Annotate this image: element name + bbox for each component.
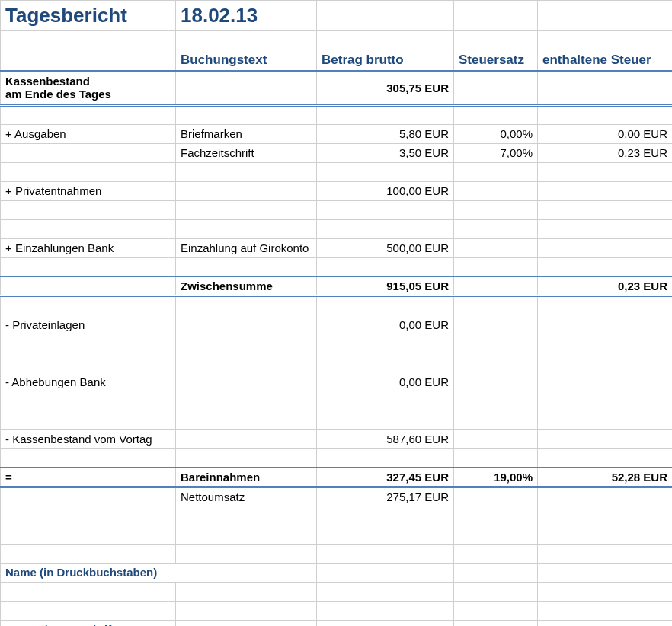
ausgaben-betrag-0: 5,80 EUR [317, 124, 454, 143]
daily-report-table: Tagesbericht 18.02.13 Buchungstext Betra… [0, 0, 672, 626]
col-steuer: enthaltene Steuer [538, 50, 673, 72]
zwischensumme-row: Zwischensumme 915,05 EUR 0,23 EUR [1, 276, 673, 296]
bareinnahmen-steuer: 52,28 EUR [538, 468, 673, 487]
ausgaben-steuer-0: 0,00 EUR [538, 124, 673, 143]
col-buchungstext: Buchungstext [176, 50, 317, 72]
zwischensumme-label: Zwischensumme [176, 276, 317, 296]
name-row: Name (in Druckbuchstaben) [1, 563, 673, 582]
zwischensumme-betrag: 915,05 EUR [317, 276, 454, 296]
privateinlagen-label: - Privateinlagen [1, 315, 176, 334]
kassenbestand-label: Kassenbestand am Ende des Tages [1, 71, 176, 105]
bareinnahmen-label: Bareinnahmen [176, 468, 317, 487]
ausgaben-row-1: + Ausgaben Briefmarken 5,80 EUR 0,00% 0,… [1, 124, 673, 143]
einzahlungen-label: + Einzahlungen Bank [1, 238, 176, 257]
abhebungen-betrag: 0,00 EUR [317, 372, 454, 391]
date-label: Datum / Unterschrift [1, 620, 176, 626]
vortag-label: - Kassenbestand vom Vortag [1, 430, 176, 449]
privatentnahmen-row: + Privatentnahmen 100,00 EUR [1, 181, 673, 200]
ausgaben-satz-0: 0,00% [454, 124, 538, 143]
report-date: 18.02.13 [176, 1, 317, 31]
date-value: 18.02.13 [176, 620, 317, 626]
date-signature-row: Datum / Unterschrift 18.02.13 [1, 620, 673, 626]
vortag-row: - Kassenbestand vom Vortag 587,60 EUR [1, 430, 673, 449]
col-steuersatz: Steuersatz [454, 50, 538, 72]
col-betrag: Betrag brutto [317, 50, 454, 72]
abhebungen-row: - Abhebungen Bank 0,00 EUR [1, 372, 673, 391]
netto-row: Nettoumsatz 275,17 EUR [1, 487, 673, 506]
ausgaben-betrag-1: 3,50 EUR [317, 143, 454, 162]
einzahlungen-text: Einzahlung auf Girokonto [176, 238, 317, 257]
ausgaben-steuer-1: 0,23 EUR [538, 143, 673, 162]
abhebungen-label: - Abhebungen Bank [1, 372, 176, 391]
privateinlagen-row: - Privateinlagen 0,00 EUR [1, 315, 673, 334]
title-row: Tagesbericht 18.02.13 [1, 1, 673, 31]
einzahlungen-row: + Einzahlungen Bank Einzahlung auf Girok… [1, 238, 673, 257]
einzahlungen-betrag: 500,00 EUR [317, 238, 454, 257]
bareinnahmen-satz: 19,00% [454, 468, 538, 487]
eq-sign: = [1, 468, 176, 487]
vortag-betrag: 587,60 EUR [317, 430, 454, 449]
privatentnahmen-betrag: 100,00 EUR [317, 181, 454, 200]
bareinnahmen-row: = Bareinnahmen 327,45 EUR 19,00% 52,28 E… [1, 468, 673, 487]
kassenbestand-betrag: 305,75 EUR [317, 71, 454, 105]
ausgaben-text-1: Fachzeitschrift [176, 143, 317, 162]
privatentnahmen-label: + Privatentnahmen [1, 181, 176, 200]
netto-betrag: 275,17 EUR [317, 487, 454, 506]
name-label: Name (in Druckbuchstaben) [1, 563, 317, 582]
ausgaben-label: + Ausgaben [1, 124, 176, 143]
ausgaben-text-0: Briefmarken [176, 124, 317, 143]
header-row: Buchungstext Betrag brutto Steuersatz en… [1, 50, 673, 72]
ausgaben-row-2: Fachzeitschrift 3,50 EUR 7,00% 0,23 EUR [1, 143, 673, 162]
netto-label: Nettoumsatz [176, 487, 317, 506]
privateinlagen-betrag: 0,00 EUR [317, 315, 454, 334]
zwischensumme-steuer: 0,23 EUR [538, 276, 673, 296]
ausgaben-satz-1: 7,00% [454, 143, 538, 162]
bareinnahmen-betrag: 327,45 EUR [317, 468, 454, 487]
report-title: Tagesbericht [1, 1, 176, 31]
